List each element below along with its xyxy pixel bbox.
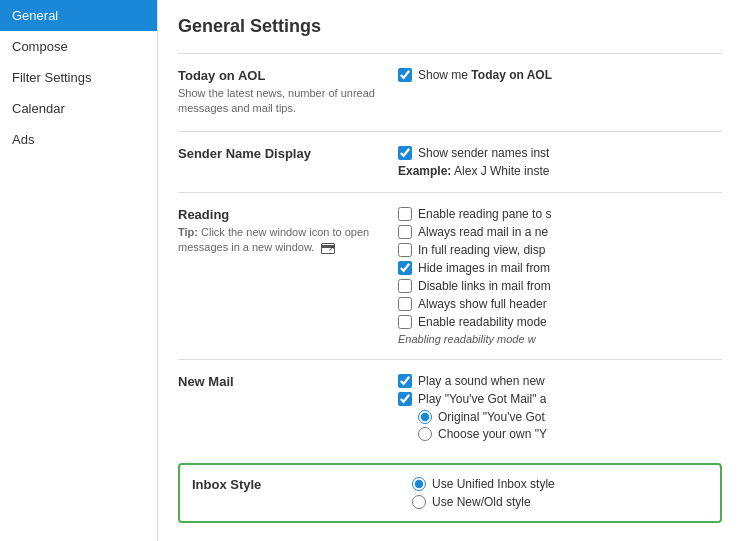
control-row-show-today: Show me Today on AOL <box>398 68 722 82</box>
sidebar-item-general[interactable]: General <box>0 0 157 31</box>
label-enable-readability: Enable readability mode <box>418 315 547 329</box>
checkbox-full-reading[interactable] <box>398 243 412 257</box>
control-row-play-yougotmail: Play "You've Got Mail" a <box>398 392 722 406</box>
checkbox-show-full-header[interactable] <box>398 297 412 311</box>
label-always-read-mail: Always read mail in a ne <box>418 225 548 239</box>
sidebar-item-filter-settings[interactable]: Filter Settings <box>0 62 157 93</box>
control-row-hide-images: Hide images in mail from <box>398 261 722 275</box>
checkbox-enable-reading-pane[interactable] <box>398 207 412 221</box>
section-today-on-aol: Today on AOL Show the latest news, numbe… <box>178 53 722 131</box>
label-hide-images: Hide images in mail from <box>418 261 550 275</box>
checkbox-disable-links[interactable] <box>398 279 412 293</box>
radio-original-yougot[interactable] <box>418 410 432 424</box>
section-new-mail: New Mail Play a sound when new Play "You… <box>178 359 722 455</box>
sidebar: General Compose Filter Settings Calendar… <box>0 0 158 541</box>
control-row-original-yougot: Original "You've Got <box>418 410 722 424</box>
control-row-enable-reading-pane: Enable reading pane to s <box>398 207 722 221</box>
control-row-enable-readability: Enable readability mode <box>398 315 722 329</box>
control-row-disable-links: Disable links in mail from <box>398 279 722 293</box>
control-row-full-reading: In full reading view, disp <box>398 243 722 257</box>
section-label-reading: Reading Tip: Click the new window icon t… <box>178 207 398 256</box>
section-sender-name: Sender Name Display Show sender names in… <box>178 131 722 192</box>
label-full-reading: In full reading view, disp <box>418 243 545 257</box>
label-play-sound: Play a sound when new <box>418 374 545 388</box>
checkbox-always-read-mail[interactable] <box>398 225 412 239</box>
label-original-yougot: Original "You've Got <box>438 410 545 424</box>
radio-choose-own[interactable] <box>418 427 432 441</box>
section-controls-today-on-aol: Show me Today on AOL <box>398 68 722 82</box>
section-label-sender-name: Sender Name Display <box>178 146 398 164</box>
checkbox-hide-images[interactable] <box>398 261 412 275</box>
checkbox-show-sender[interactable] <box>398 146 412 160</box>
section-reading: Reading Tip: Click the new window icon t… <box>178 192 722 359</box>
sidebar-item-calendar[interactable]: Calendar <box>0 93 157 124</box>
section-label-today-on-aol: Today on AOL Show the latest news, numbe… <box>178 68 398 117</box>
label-enable-reading-pane: Enable reading pane to s <box>418 207 551 221</box>
label-new-old-style: Use New/Old style <box>432 495 531 509</box>
sidebar-item-ads[interactable]: Ads <box>0 124 157 155</box>
section-controls-inbox-style: Use Unified Inbox style Use New/Old styl… <box>412 477 708 509</box>
page-title: General Settings <box>178 16 722 37</box>
section-label-new-mail: New Mail <box>178 374 398 392</box>
section-controls-reading: Enable reading pane to s Always read mai… <box>398 207 722 345</box>
section-label-inbox-style: Inbox Style <box>192 477 412 495</box>
radio-new-old-style[interactable] <box>412 495 426 509</box>
radio-unified-inbox[interactable] <box>412 477 426 491</box>
label-choose-own: Choose your own "Y <box>438 427 547 441</box>
checkbox-play-sound[interactable] <box>398 374 412 388</box>
readability-note: Enabling readability mode w <box>398 333 722 345</box>
control-row-always-read-mail: Always read mail in a ne <box>398 225 722 239</box>
control-row-play-sound: Play a sound when new <box>398 374 722 388</box>
example-sender: Example: Alex J White inste <box>398 164 722 178</box>
control-row-show-full-header: Always show full header <box>398 297 722 311</box>
new-window-icon <box>321 243 335 254</box>
checkbox-enable-readability[interactable] <box>398 315 412 329</box>
label-show-full-header: Always show full header <box>418 297 547 311</box>
label-show-today: Show me Today on AOL <box>418 68 552 82</box>
section-controls-sender-name: Show sender names inst Example: Alex J W… <box>398 146 722 178</box>
label-show-sender: Show sender names inst <box>418 146 549 160</box>
control-row-show-sender: Show sender names inst <box>398 146 722 160</box>
section-controls-new-mail: Play a sound when new Play "You've Got M… <box>398 374 722 441</box>
control-row-unified-inbox: Use Unified Inbox style <box>412 477 708 491</box>
section-inbox-style: Inbox Style Use Unified Inbox style Use … <box>178 463 722 523</box>
control-row-new-old-style: Use New/Old style <box>412 495 708 509</box>
label-unified-inbox: Use Unified Inbox style <box>432 477 555 491</box>
checkbox-play-yougotmail[interactable] <box>398 392 412 406</box>
sidebar-item-compose[interactable]: Compose <box>0 31 157 62</box>
control-row-choose-own: Choose your own "Y <box>418 427 722 441</box>
main-content: General Settings Today on AOL Show the l… <box>158 0 742 541</box>
label-disable-links: Disable links in mail from <box>418 279 551 293</box>
label-play-yougotmail: Play "You've Got Mail" a <box>418 392 546 406</box>
checkbox-show-today[interactable] <box>398 68 412 82</box>
reading-tip: Tip: Click the new window icon to open m… <box>178 225 398 256</box>
radio-group-mail-sound: Original "You've Got Choose your own "Y <box>418 410 722 441</box>
